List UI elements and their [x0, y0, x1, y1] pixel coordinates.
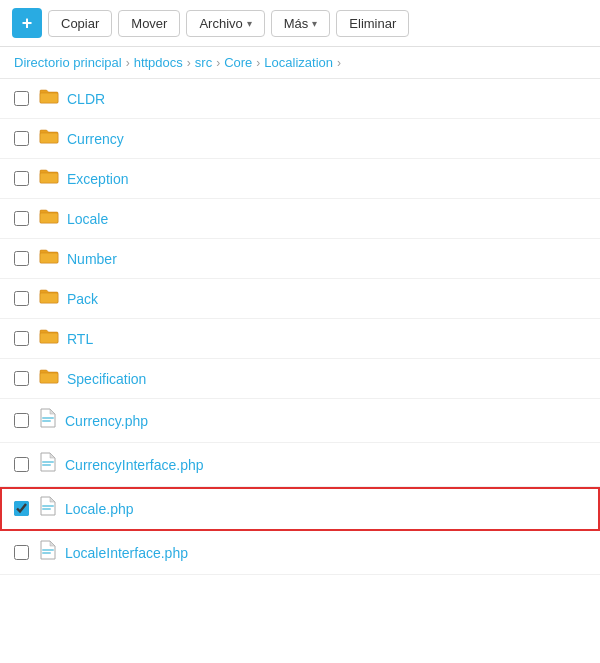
list-item[interactable]: Number — [0, 239, 600, 279]
file-name: RTL — [67, 331, 93, 347]
breadcrumb-sep-3: › — [216, 56, 220, 70]
file-name: Exception — [67, 171, 128, 187]
file-checkbox[interactable] — [14, 545, 29, 560]
eliminar-button[interactable]: Eliminar — [336, 10, 409, 37]
svg-rect-3 — [40, 213, 58, 223]
mas-label: Más — [284, 16, 309, 31]
svg-rect-9 — [42, 420, 51, 422]
breadcrumb-sep-1: › — [126, 56, 130, 70]
svg-rect-13 — [42, 508, 51, 510]
list-item[interactable]: Currency — [0, 119, 600, 159]
php-file-icon — [39, 408, 57, 433]
copiar-label: Copiar — [61, 16, 99, 31]
add-button[interactable]: + — [12, 8, 42, 38]
list-item[interactable]: Locale.php — [0, 487, 600, 531]
svg-rect-4 — [40, 253, 58, 263]
breadcrumb-core[interactable]: Core — [224, 55, 252, 70]
file-checkbox[interactable] — [14, 291, 29, 306]
folder-icon — [39, 368, 59, 389]
file-checkbox[interactable] — [14, 501, 29, 516]
file-checkbox[interactable] — [14, 331, 29, 346]
file-checkbox[interactable] — [14, 457, 29, 472]
folder-icon — [39, 128, 59, 149]
file-name: Currency.php — [65, 413, 148, 429]
file-checkbox[interactable] — [14, 413, 29, 428]
list-item[interactable]: Currency.php — [0, 399, 600, 443]
svg-rect-8 — [42, 417, 54, 419]
svg-rect-11 — [42, 464, 51, 466]
php-file-icon — [39, 540, 57, 565]
file-name: CurrencyInterface.php — [65, 457, 204, 473]
svg-rect-12 — [42, 505, 54, 507]
toolbar: + Copiar Mover Archivo ▾ Más ▾ Eliminar — [0, 0, 600, 47]
svg-rect-1 — [40, 133, 58, 143]
archivo-label: Archivo — [199, 16, 242, 31]
file-checkbox[interactable] — [14, 251, 29, 266]
mas-button[interactable]: Más ▾ — [271, 10, 331, 37]
breadcrumb-sep-4: › — [256, 56, 260, 70]
mas-arrow-icon: ▾ — [312, 18, 317, 29]
svg-rect-0 — [40, 93, 58, 103]
folder-icon — [39, 288, 59, 309]
list-item[interactable]: Pack — [0, 279, 600, 319]
breadcrumb: Directorio principal › httpdocs › src › … — [0, 47, 600, 79]
breadcrumb-root[interactable]: Directorio principal — [14, 55, 122, 70]
list-item[interactable]: CurrencyInterface.php — [0, 443, 600, 487]
file-name: Pack — [67, 291, 98, 307]
breadcrumb-src[interactable]: src — [195, 55, 212, 70]
archivo-arrow-icon: ▾ — [247, 18, 252, 29]
php-file-icon — [39, 496, 57, 521]
folder-icon — [39, 168, 59, 189]
list-item[interactable]: Exception — [0, 159, 600, 199]
list-item[interactable]: CLDR — [0, 79, 600, 119]
mover-label: Mover — [131, 16, 167, 31]
file-checkbox[interactable] — [14, 211, 29, 226]
file-name: CLDR — [67, 91, 105, 107]
svg-rect-6 — [40, 333, 58, 343]
list-item[interactable]: Specification — [0, 359, 600, 399]
breadcrumb-sep-5: › — [337, 56, 341, 70]
svg-rect-14 — [42, 549, 54, 551]
file-checkbox[interactable] — [14, 131, 29, 146]
file-list: CLDR Currency Exception Locale Number Pa… — [0, 79, 600, 575]
file-name: LocaleInterface.php — [65, 545, 188, 561]
svg-rect-10 — [42, 461, 54, 463]
php-file-icon — [39, 452, 57, 477]
file-name: Number — [67, 251, 117, 267]
file-name: Locale.php — [65, 501, 134, 517]
svg-rect-7 — [40, 373, 58, 383]
copiar-button[interactable]: Copiar — [48, 10, 112, 37]
file-name: Locale — [67, 211, 108, 227]
mover-button[interactable]: Mover — [118, 10, 180, 37]
file-name: Specification — [67, 371, 146, 387]
folder-icon — [39, 328, 59, 349]
archivo-button[interactable]: Archivo ▾ — [186, 10, 264, 37]
svg-rect-2 — [40, 173, 58, 183]
folder-icon — [39, 208, 59, 229]
folder-icon — [39, 88, 59, 109]
breadcrumb-httpdocs[interactable]: httpdocs — [134, 55, 183, 70]
svg-rect-5 — [40, 293, 58, 303]
list-item[interactable]: Locale — [0, 199, 600, 239]
file-checkbox[interactable] — [14, 91, 29, 106]
breadcrumb-localization[interactable]: Localization — [264, 55, 333, 70]
breadcrumb-sep-2: › — [187, 56, 191, 70]
folder-icon — [39, 248, 59, 269]
list-item[interactable]: RTL — [0, 319, 600, 359]
list-item[interactable]: LocaleInterface.php — [0, 531, 600, 575]
file-checkbox[interactable] — [14, 171, 29, 186]
file-name: Currency — [67, 131, 124, 147]
file-checkbox[interactable] — [14, 371, 29, 386]
svg-rect-15 — [42, 552, 51, 554]
